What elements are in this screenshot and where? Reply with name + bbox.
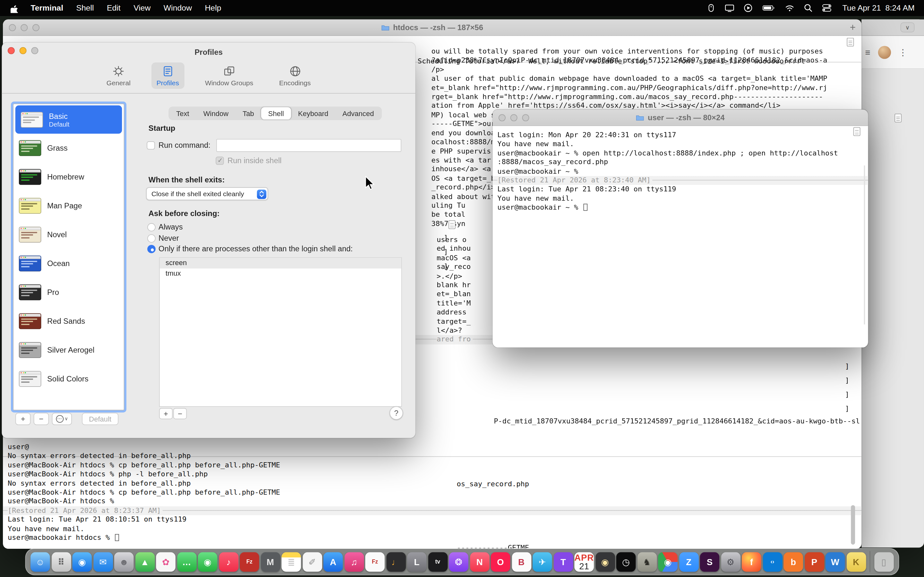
search-icon[interactable] (799, 3, 817, 13)
zoom-icon[interactable] (31, 47, 38, 54)
help-button[interactable]: ? (389, 406, 403, 420)
window-terminal-settings[interactable]: Profiles General Profiles Window Groups … (2, 42, 415, 438)
tab-window[interactable]: Window (196, 107, 236, 119)
dock-maps-icon[interactable]: ▲ (135, 552, 155, 572)
zoom-icon[interactable] (522, 114, 529, 121)
titlebar[interactable]: user — -zsh — 80×24 (493, 110, 868, 126)
dock-telegram-icon[interactable]: ✈ (533, 552, 552, 572)
new-tab-button[interactable]: + (850, 21, 856, 33)
window-controls[interactable] (8, 47, 39, 54)
dock-notes-icon[interactable]: ≣ (281, 552, 301, 572)
dock-music-icon[interactable]: ♪ (219, 552, 238, 572)
dock-system-settings-icon[interactable]: ⚙ (721, 552, 740, 572)
apple-menu[interactable] (6, 3, 24, 13)
menu-shell[interactable]: Shell (69, 3, 100, 13)
toolbar-encodings[interactable]: Encodings (274, 63, 317, 89)
dock-mail-icon[interactable]: ✉ (94, 552, 113, 572)
profile-row-novel[interactable]: Novel (13, 220, 124, 249)
run-command-input[interactable] (216, 139, 401, 152)
dock-apple-tv-icon[interactable]: tv (428, 552, 447, 572)
dock-filezilla-icon[interactable]: Fz (240, 552, 259, 572)
more-options-icon[interactable]: ⋮ (899, 47, 908, 57)
dock-textedit-icon[interactable]: ✐ (302, 552, 322, 572)
dock-chrome-icon[interactable]: ◉ (658, 552, 678, 572)
always-radio[interactable] (147, 223, 156, 231)
dock-chess-icon[interactable]: ♞ (637, 552, 657, 572)
toolbar-profiles[interactable]: Profiles (151, 63, 184, 89)
tab-tab[interactable]: Tab (236, 107, 261, 119)
profile-row-basic[interactable]: BasicDefault (15, 105, 122, 134)
profile-row-man-page[interactable]: Man Page (13, 191, 124, 220)
display-icon[interactable] (720, 3, 739, 13)
dock-contacts-icon[interactable]: ☻ (114, 552, 134, 572)
profile-row-pro[interactable]: Pro (13, 278, 124, 307)
dock-vscode-icon[interactable]: ‹› (762, 552, 782, 572)
default-button[interactable]: Default (82, 413, 118, 425)
close-icon[interactable] (499, 114, 506, 121)
dock-logi-options-icon[interactable]: L (407, 552, 427, 572)
process-item[interactable]: screen (160, 258, 401, 268)
run-inside-shell-checkbox[interactable] (216, 157, 224, 165)
profile-row-homebrew[interactable]: Homebrew (13, 163, 124, 191)
wifi-icon[interactable] (780, 4, 800, 12)
dock-bear-icon[interactable]: B (512, 552, 531, 572)
menu-bar-clock[interactable]: Tue Apr 21 8:24 AM (837, 3, 918, 13)
control-center-icon[interactable] (817, 3, 837, 13)
toolbar-general[interactable]: General (101, 63, 136, 89)
dock-calendar-icon[interactable]: APR21 (574, 552, 594, 572)
remove-profile-button[interactable]: − (34, 413, 49, 425)
bookmark-icon[interactable] (449, 220, 456, 229)
logi-options-icon[interactable] (702, 3, 720, 13)
dock-filezilla-doc-icon[interactable]: Fz (365, 552, 384, 572)
dock-itunes-icon[interactable]: ♫ (344, 552, 364, 572)
dock-garageband-icon[interactable]: ♩ (386, 552, 406, 572)
dock-launchpad-icon[interactable]: ⠿ (51, 552, 71, 572)
minimize-icon[interactable] (510, 114, 517, 121)
dock-app-store-icon[interactable]: A (323, 552, 343, 572)
profile-row-solid-colors[interactable]: Solid Colors (13, 364, 124, 393)
profile-row-ocean[interactable]: Ocean (13, 249, 124, 278)
app-menu[interactable]: Terminal (24, 3, 69, 13)
shell-exit-popup[interactable]: Close if the shell exited cleanly (146, 187, 268, 200)
dock-photo-booth-icon[interactable]: ◉ (596, 552, 615, 572)
dock-opera-icon[interactable]: O (491, 552, 510, 572)
profile-row-grass[interactable]: Grass (13, 134, 124, 163)
dock-powerpoint-icon[interactable]: P (804, 552, 824, 572)
dock-trash-icon[interactable]: ▯ (874, 552, 893, 572)
window-user-terminal[interactable]: user — -zsh — 80×24 Last login: Mon Apr … (493, 110, 868, 348)
dock-zoom-icon[interactable]: Z (679, 552, 698, 572)
only-if-processes-radio[interactable] (147, 245, 156, 253)
minimize-icon[interactable] (19, 47, 27, 54)
minimize-icon[interactable] (21, 24, 27, 31)
dock-photos-icon[interactable]: ✿ (156, 552, 176, 572)
dock-messages-icon[interactable]: … (177, 552, 196, 572)
profile-row-red-sands[interactable]: Red Sands (13, 307, 124, 335)
tab-overflow-button[interactable]: ∨ (901, 23, 915, 32)
dock-firefox-icon[interactable]: f (742, 552, 761, 572)
profile-row-silver-aerogel[interactable]: Silver Aerogel (13, 335, 124, 364)
dock-safari-icon[interactable]: ◉ (72, 552, 92, 572)
dock-finder-icon[interactable]: ☺ (31, 552, 50, 572)
tab-text[interactable]: Text (169, 107, 196, 119)
process-list[interactable]: screentmux (159, 258, 402, 407)
battery-icon[interactable] (758, 3, 780, 13)
dock-blender-icon[interactable]: b (783, 552, 803, 572)
scrollbar[interactable] (851, 505, 855, 545)
menu-window[interactable]: Window (157, 3, 199, 13)
titlebar[interactable]: htdocs — -zsh — 187×56 + (3, 19, 861, 36)
remove-process-button[interactable]: − (173, 408, 187, 419)
tab-shell[interactable]: Shell (261, 107, 291, 119)
close-icon[interactable] (8, 47, 15, 54)
window-controls[interactable] (9, 24, 40, 31)
bookmark-icon[interactable] (846, 38, 854, 47)
zoom-icon[interactable] (32, 24, 39, 31)
tab-advanced[interactable]: Advanced (335, 107, 381, 119)
run-command-checkbox[interactable] (147, 141, 155, 150)
hamburger-menu-icon[interactable]: ≡ (865, 47, 870, 57)
profile-actions-menu-button[interactable]: ⋯∨ (52, 413, 72, 425)
tab-keyboard[interactable]: Keyboard (291, 107, 335, 119)
dock-slack-icon[interactable]: S (700, 552, 720, 572)
process-item[interactable]: tmux (160, 268, 401, 279)
toolbar-window-groups[interactable]: Window Groups (200, 63, 258, 89)
bookmark-icon[interactable] (853, 127, 861, 136)
